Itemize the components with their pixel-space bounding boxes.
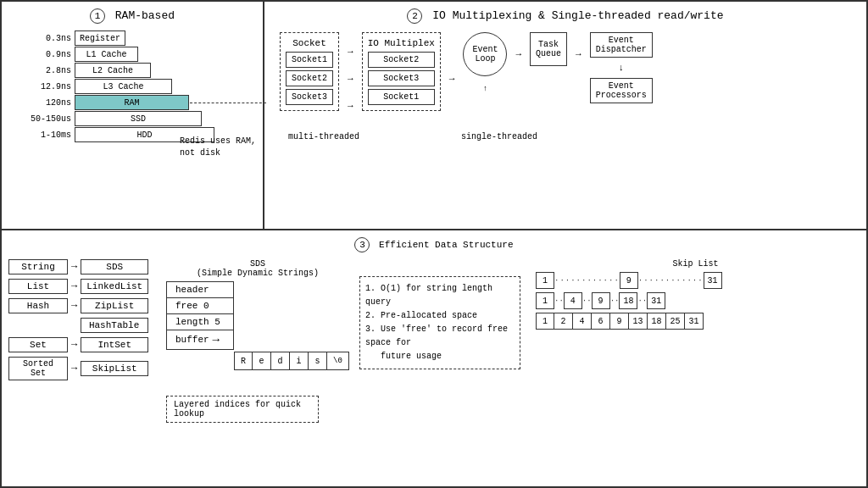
io-socket1: Socket1 (368, 89, 435, 105)
panel-data-structure: 3 Efficient Data Structure String → SDS … (2, 230, 866, 486)
intset-impl: IntSet (81, 337, 148, 352)
io-socket3: Socket3 (368, 70, 435, 86)
set-row: Set → IntSet (8, 337, 153, 352)
skip-row-2: 1 ·· 4 ·· 9 ·· 18 ·· 31 (536, 292, 722, 309)
sds-buffer-cells: R e d i s \0 (234, 352, 349, 370)
panel-ram: 1 RAM-based 0.3ns Register 0.9ns L1 Cach… (2, 2, 264, 229)
sds-title: SDS(Simple Dynamic Strings) (166, 259, 349, 278)
circle-2: 2 (407, 8, 422, 24)
event-processors: EventProcessors (590, 78, 653, 103)
l1-bar: L1 Cache (75, 47, 138, 62)
list-type: List (8, 279, 68, 294)
sds-length: length 5 (166, 313, 234, 330)
sds-buffer-row: buffer → (166, 330, 234, 350)
circle-1: 1 (90, 8, 105, 24)
ram-bar: RAM (75, 95, 189, 110)
socket-group: Socket Socket1 Socket2 Socket3 (280, 32, 339, 111)
hash-row2: Hash → HashTable (8, 318, 153, 333)
skip-list-title: Skip List (536, 259, 719, 269)
ram-row: 12.9ns L3 Cache (17, 79, 172, 94)
ram-row: 2.8ns L2 Cache (17, 63, 151, 78)
set-type: Set (8, 337, 68, 352)
hash-row1: Hash → ZipList (8, 298, 153, 313)
layered-note: Layered indices for quick lookup (166, 396, 319, 423)
ram-annotation: Redis uses RAM,not disk (180, 136, 256, 159)
register-bar: Register (75, 30, 125, 46)
socket2-box: Socket2 (286, 70, 333, 86)
section-2-title: 2 IO Multiplexing & Single-threaded read… (271, 8, 860, 24)
l3-bar: L3 Cache (75, 79, 172, 94)
section-3-title: 3 Efficient Data Structure (8, 237, 860, 252)
skiplist-impl: SkipList (81, 361, 148, 376)
data-types-col: String → SDS List → LinkedList Hash → Zi… (8, 259, 153, 488)
socket1-box: Socket1 (286, 52, 333, 68)
top-row: 1 RAM-based 0.3ns Register 0.9ns L1 Cach… (2, 2, 866, 230)
sds-struct: header free 0 length 5 buffer → (166, 281, 349, 350)
event-dispatcher: EventDispatcher (590, 32, 653, 58)
bottom-content: String → SDS List → LinkedList Hash → Zi… (8, 259, 860, 488)
single-threaded-label: single-threaded (461, 132, 537, 141)
ziplist-impl: ZipList (81, 298, 148, 313)
multi-threaded-label: multi-threaded (288, 132, 359, 141)
string-row: String → SDS (8, 259, 153, 274)
sds-free: free 0 (166, 297, 234, 313)
list-row: List → LinkedList (8, 279, 153, 294)
hashtable-impl: HashTable (81, 318, 148, 333)
sds-impl: SDS (81, 259, 148, 274)
io-multiplex-group: IO Multiplex Socket2 Socket3 Socket1 (362, 32, 441, 111)
ram-row: 50-150us SSD (17, 111, 202, 126)
skip-row-3: 1 2 4 6 9 13 18 25 31 (536, 313, 722, 330)
ram-row: 120ns RAM (17, 95, 189, 110)
section-1-title: 1 RAM-based (8, 8, 256, 24)
socket3-box: Socket3 (286, 89, 333, 105)
linkedlist-impl: LinkedList (81, 279, 148, 294)
ssd-bar: SSD (75, 111, 202, 126)
io-socket2: Socket2 (368, 52, 435, 68)
event-loop: EventLoop (463, 32, 507, 76)
skip-list-col: Skip List 1 ············ 9 ············ … (536, 259, 722, 488)
hash-type: Hash (8, 298, 68, 313)
ram-table: 0.3ns Register 0.9ns L1 Cache 2.8ns L2 C… (17, 30, 256, 143)
ram-row: 0.3ns Register (17, 30, 125, 46)
l2-bar: L2 Cache (75, 63, 151, 78)
io-diagram: Socket Socket1 Socket2 Socket3 → → → IO … (280, 32, 860, 125)
sds-diagram-col: SDS(Simple Dynamic Strings) header free … (166, 259, 349, 488)
panel-io: 2 IO Multiplexing & Single-threaded read… (264, 2, 866, 229)
circle-3: 3 (354, 237, 370, 252)
skip-row-1: 1 ············ 9 ············ 31 (536, 272, 722, 289)
sds-notes: 1. O(1) for string length query 2. Pre-a… (359, 276, 520, 369)
main-container: 1 RAM-based 0.3ns Register 0.9ns L1 Cach… (0, 0, 868, 488)
string-type: String (8, 259, 68, 274)
task-queue: TaskQueue (530, 32, 567, 66)
sds-header: header (166, 281, 234, 297)
sorted-set-row: Sorted Set → SkipList (8, 357, 153, 380)
sorted-set-type: Sorted Set (8, 357, 68, 380)
ram-row: 0.9ns L1 Cache (17, 47, 138, 62)
